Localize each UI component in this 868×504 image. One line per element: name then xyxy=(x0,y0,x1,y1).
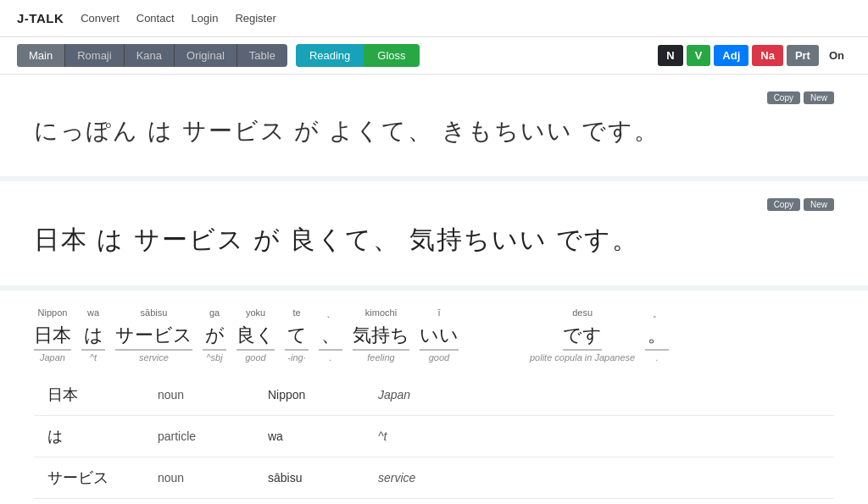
token-nippon: Nippon 日本 Japan xyxy=(34,307,71,368)
kanji-text: 日本 は サービス が 良くて、 気持ちいい です。 xyxy=(34,219,834,260)
main-content: Copy New にっぽん は サービス が よくて、 きもちいい です。 Co… xyxy=(0,75,868,504)
table-row: サービス noun sābisu service xyxy=(34,457,834,498)
nav-register[interactable]: Register xyxy=(235,12,275,25)
tab-kana[interactable]: Kana xyxy=(125,44,175,67)
token-analysis-row: Nippon 日本 Japan wa は ^t sābisu サービス serv… xyxy=(34,307,834,368)
token-desu: desu です polite copula in Japanese xyxy=(530,307,635,368)
table-row: は particle wa ^t xyxy=(34,415,834,457)
word-gloss: service xyxy=(364,457,834,498)
copy-btn-1[interactable]: Copy xyxy=(767,91,800,104)
navbar: J-TALK Convert Contact Login Register xyxy=(0,0,868,37)
word-romaji: sābisu xyxy=(254,457,364,498)
mode-buttons: Reading Gloss xyxy=(296,44,420,67)
token-period: 。 。 . xyxy=(645,307,669,368)
nav-convert[interactable]: Convert xyxy=(81,12,120,25)
toolbar: Main Romaji Kana Original Table Reading … xyxy=(0,37,868,75)
word-kanji: は xyxy=(34,415,144,457)
new-btn-1[interactable]: New xyxy=(804,91,834,104)
word-kanji: が xyxy=(34,498,144,504)
word-romaji: Nippon xyxy=(254,374,364,416)
pos-noun-btn[interactable]: N xyxy=(658,45,682,66)
word-pos: noun xyxy=(144,374,254,416)
nav-contact[interactable]: Contact xyxy=(136,12,175,25)
token-wa: wa は ^t xyxy=(81,307,105,368)
token-yoku: yoku 良く good xyxy=(236,307,275,368)
new-btn-2[interactable]: New xyxy=(804,198,834,211)
word-romaji: wa xyxy=(254,415,364,457)
hiragana-text: にっぽん は サービス が よくて、 きもちいい です。 xyxy=(34,113,834,151)
word-gloss: ^sbj xyxy=(364,498,834,504)
copy-btn-2[interactable]: Copy xyxy=(767,198,800,211)
view-tabs: Main Romaji Kana Original Table xyxy=(17,44,287,67)
pos-filter-group: N V Adj Na Prt On xyxy=(658,45,851,66)
word-pos: noun xyxy=(144,457,254,498)
nav-login[interactable]: Login xyxy=(192,12,219,25)
kanji-section: Copy New 日本 は サービス が 良くて、 気持ちいい です。 xyxy=(0,181,868,291)
mode-gloss[interactable]: Gloss xyxy=(364,44,419,67)
hiragana-section: Copy New にっぽん は サービス が よくて、 きもちいい です。 xyxy=(0,75,868,181)
token-te: te て -ing· xyxy=(285,307,309,368)
breakdown-section: Nippon 日本 Japan wa は ^t sābisu サービス serv… xyxy=(0,291,868,504)
word-kanji: サービス xyxy=(34,457,144,498)
word-pos: particle xyxy=(144,415,254,457)
token-ii: ī いい good xyxy=(420,307,459,368)
pos-verb-btn[interactable]: V xyxy=(687,45,711,66)
copy-row-2: Copy New xyxy=(34,198,834,211)
table-row: 日本 noun Nippon Japan xyxy=(34,374,834,416)
word-romaji: ga xyxy=(254,498,364,504)
tab-romaji[interactable]: Romaji xyxy=(65,44,124,67)
brand-logo: J-TALK xyxy=(17,11,64,25)
token-comma: 、 、 . xyxy=(319,307,342,368)
word-kanji: 日本 xyxy=(34,374,144,416)
table-row: が particle ga ^sbj xyxy=(34,498,834,504)
token-spacer xyxy=(469,313,520,368)
tab-main[interactable]: Main xyxy=(17,44,65,67)
token-ga: ga が ^sbj xyxy=(203,307,226,368)
token-sabisu: sābisu サービス service xyxy=(115,307,192,368)
word-gloss: ^t xyxy=(364,415,834,457)
pos-prt-btn[interactable]: Prt xyxy=(787,45,819,66)
mode-reading[interactable]: Reading xyxy=(296,44,364,67)
pos-na-btn[interactable]: Na xyxy=(752,45,783,66)
tab-table[interactable]: Table xyxy=(237,44,287,67)
pos-adj-btn[interactable]: Adj xyxy=(714,45,748,66)
copy-row-1: Copy New xyxy=(34,91,834,104)
word-pos: particle xyxy=(144,498,254,504)
word-table: 日本 noun Nippon Japan は particle wa ^t サー… xyxy=(34,374,834,504)
word-gloss: Japan xyxy=(364,374,834,416)
token-kimochi: kimochi 気持ち feeling xyxy=(353,307,409,368)
pos-on-btn[interactable]: On xyxy=(822,45,851,66)
tab-original[interactable]: Original xyxy=(175,44,237,67)
